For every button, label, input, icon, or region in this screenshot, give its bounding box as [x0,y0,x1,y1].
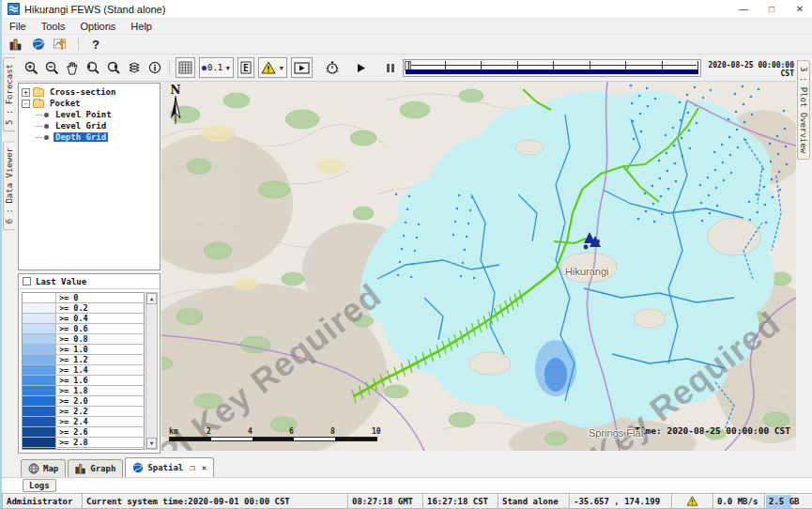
collapse-icon[interactable]: - [22,100,30,108]
timeseries-display-button[interactable] [52,36,70,53]
stopwatch-icon [325,60,340,75]
maximize-icon[interactable]: □ [758,0,786,18]
zoom-in-icon [24,61,38,75]
tab-spatial[interactable]: Spatial❐✕ [125,457,214,477]
expand-icon[interactable]: + [22,88,30,97]
tab-close-icon[interactable]: ✕ [202,463,207,472]
legend-panel: Last Value >= 0>= 0.2>= 0.4>= 0.6>= 0.8>… [18,273,161,454]
deep-flood-patch [535,340,576,396]
last-value-label: Last Value [36,277,86,286]
tree-item-cross-section[interactable]: +Cross-section [22,86,160,98]
north-label: N [169,85,182,96]
info-button[interactable] [146,58,164,77]
menu-bar: FileToolsOptionsHelp [2,19,812,35]
layers-button[interactable] [125,58,144,77]
menu-options[interactable]: Options [72,20,123,33]
close-icon[interactable]: ✕ [786,0,812,18]
legend-table: >= 0>= 0.2>= 0.4>= 0.6>= 0.8>= 1.0>= 1.2… [22,292,145,450]
timeline-tick [590,61,590,69]
play-button[interactable] [351,58,370,77]
node-bullet-icon [44,135,49,140]
zoom-previous-button[interactable] [84,58,102,77]
place-label-flat: Springs Flat [589,427,644,439]
tree-item-level-point[interactable]: Level Point [35,109,160,120]
legend-scrollbar[interactable]: ▲ ▼ [146,292,158,450]
timeline-tick [445,61,446,69]
last-value-checkbox[interactable] [23,277,31,285]
legend-swatch [23,293,56,302]
tree-item-depth-grid[interactable]: Depth Grid [35,131,160,143]
timeline-tick [481,61,482,69]
help-button[interactable]: ? [86,36,105,53]
node-bullet-icon [44,113,49,117]
legend-swatch [23,438,56,447]
timeline-tick [625,61,626,69]
tab-graph[interactable]: Graph [68,459,123,477]
label-toggle-button[interactable]: E [237,57,254,78]
legend-swatch [23,334,56,344]
minimize-icon[interactable]: — [729,0,758,18]
toolbar-separator [169,61,170,74]
pan-button[interactable] [63,58,82,77]
legend-row: >= 0.2 [23,303,144,314]
legend-value-label: >= 3.0 [56,448,91,450]
status-warning-cell[interactable] [671,493,712,509]
logs-button[interactable]: Logs [23,479,56,492]
timeline-tick [662,61,663,69]
zoom-next-button[interactable] [104,58,123,77]
map-view[interactable]: API Key Required API Key Required N km24… [161,82,796,451]
legend-value-label: >= 1.8 [56,386,91,395]
pause-icon [386,63,395,73]
tree-item-level-grid[interactable]: Level Grid [35,120,160,131]
time-control-button[interactable] [323,58,342,77]
legend-swatch [23,407,56,416]
animation-button[interactable] [291,57,313,78]
legend-value-label: >= 0 [56,293,81,302]
side-tab-left-0[interactable]: 5 : Forecast [3,57,15,131]
scroll-down-icon[interactable]: ▼ [146,438,157,449]
interval-dropdown[interactable]: 0.1 ▼ [199,57,234,78]
legend-row: >= 2.0 [23,396,144,407]
map-display-button[interactable] [29,36,48,53]
time-slider[interactable] [403,59,701,77]
timeseries-icon [54,38,69,51]
scale-labels: km246810 [169,427,387,437]
pause-button[interactable] [381,58,400,77]
place-label-town: Hikurangi [565,266,608,277]
zoom-out-button[interactable] [42,58,61,77]
timeline-tick [553,61,554,69]
tree-item-label: Depth Grid [54,132,108,142]
explorer-button[interactable] [7,36,25,53]
svg-text:E: E [243,63,249,73]
chevron-down-icon: ▼ [278,65,284,71]
legend-row: >= 1.6 [23,376,144,386]
scale-tick-label: 10 [372,427,381,436]
legend-swatch [23,345,56,354]
legend-row: >= 0.8 [23,334,144,345]
title-bar: Hikurangi FEWS (Stand alone) — □ ✕ [2,0,812,19]
time-slider-track [407,65,697,66]
legend-row: >= 2.2 [23,407,144,417]
legend-row: >= 1.4 [23,365,144,376]
warning-triangle-icon [686,496,698,506]
tab-maximize-icon[interactable]: ❐ [190,463,194,472]
side-tab-right-0[interactable]: 3 : Plot Overview [797,60,810,160]
legend-value-label: >= 2.2 [56,407,91,416]
warning-threshold-dropdown[interactable]: ▼ [258,57,287,78]
last-value-row: Last Value [19,274,160,289]
zoom-in-button[interactable] [22,58,40,77]
legend-row: >= 2.6 [23,427,144,438]
side-tab-left-1[interactable]: 6 : Data Viewer [3,141,15,230]
legend-swatch [23,386,56,395]
tree-item-pocket[interactable]: -Pocket [22,98,160,109]
grid-display-button[interactable] [176,57,195,78]
scroll-up-icon[interactable]: ▲ [146,293,157,304]
legend-value-label: >= 1.2 [56,355,91,364]
tab-map[interactable]: Map [21,459,66,477]
menu-file[interactable]: File [2,20,34,33]
legend-row: >= 1.2 [23,355,144,365]
menu-help[interactable]: Help [123,20,160,33]
menu-tools[interactable]: Tools [34,20,73,33]
scale-tick-label: 2 [207,427,211,436]
legend-row: >= 1.8 [23,386,144,396]
